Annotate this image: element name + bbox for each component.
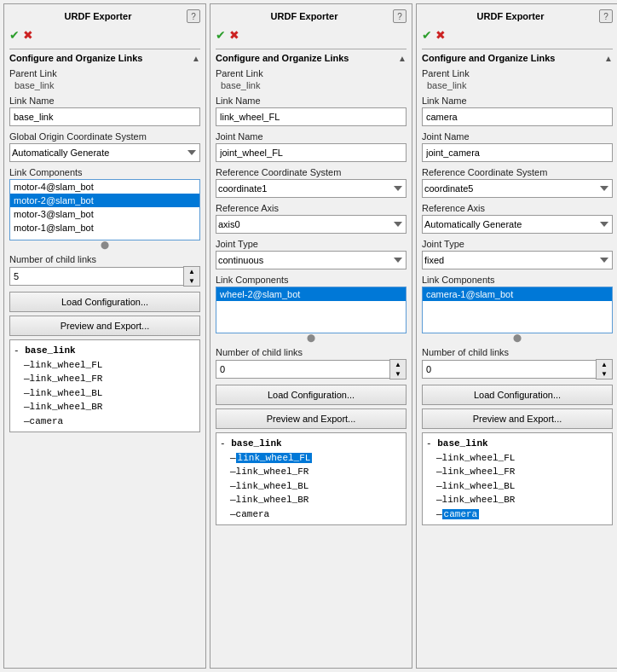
link-name-input[interactable] xyxy=(216,107,407,126)
link-name-label: Link Name xyxy=(422,96,613,106)
load-config-button[interactable]: Load Configuration... xyxy=(9,292,200,312)
tree-child: —link_wheel_FR xyxy=(230,465,402,479)
tree-child: —camera xyxy=(436,507,608,522)
link-components-list[interactable]: motor-4@slam_botmotor-2@slam_botmotor-3@… xyxy=(9,179,200,240)
link-name-input[interactable] xyxy=(422,107,613,126)
help-icon[interactable]: ? xyxy=(393,9,407,23)
confirm-icon[interactable]: ✔ xyxy=(422,28,432,42)
joint-name-group: Joint Name xyxy=(216,131,407,162)
spinbox-down-button[interactable]: ▼ xyxy=(390,369,406,379)
toolbar: ✔ ✖ xyxy=(422,28,613,42)
joint-type-select[interactable]: continuous xyxy=(216,251,407,269)
panel-1: URDF Exporter ? ✔ ✖ Configure and Organi… xyxy=(3,3,206,669)
num-child-group: Number of child links ▲ ▼ xyxy=(216,347,407,379)
ref-coord-group: Global Origin Coordinate System Automati… xyxy=(9,131,200,162)
tree-child: —link_wheel_BR xyxy=(24,400,196,414)
collapse-button[interactable]: ▲ xyxy=(192,54,200,63)
preview-export-button[interactable]: Preview and Export... xyxy=(216,408,407,429)
spinbox-buttons: ▲ ▼ xyxy=(389,359,407,379)
collapse-button[interactable]: ▲ xyxy=(604,54,613,63)
spinbox-buttons: ▲ ▼ xyxy=(596,359,613,379)
list-item[interactable]: camera-1@slam_bot xyxy=(423,287,612,301)
num-child-label: Number of child links xyxy=(9,254,200,264)
ref-coord-wrapper: Automatically Generate xyxy=(9,143,200,162)
ref-axis-label: Reference Axis xyxy=(422,203,613,213)
section-header: Configure and Organize Links ▲ xyxy=(9,49,200,63)
panel-header: URDF Exporter ? xyxy=(422,9,613,23)
preview-export-button[interactable]: Preview and Export... xyxy=(422,408,613,429)
toolbar: ✔ ✖ xyxy=(9,28,200,42)
confirm-icon[interactable]: ✔ xyxy=(9,28,20,42)
ref-axis-label: Reference Axis xyxy=(216,203,407,213)
num-child-group: Number of child links ▲ ▼ xyxy=(9,254,200,287)
panel-header: URDF Exporter ? xyxy=(216,9,407,23)
ref-coord-select[interactable]: coordinate1 xyxy=(216,179,407,198)
joint-type-group: Joint Type fixed xyxy=(422,239,613,269)
ref-coord-label: Reference Coordinate System xyxy=(216,167,407,177)
ref-axis-select[interactable]: axis0 xyxy=(216,215,407,234)
list-item[interactable]: motor-4@slam_bot xyxy=(10,180,199,194)
num-child-input[interactable] xyxy=(216,360,389,379)
list-item[interactable]: wheel-2@slam_bot xyxy=(216,287,406,301)
list-item[interactable]: motor-2@slam_bot xyxy=(10,194,199,207)
parent-link-label: Parent Link xyxy=(216,68,407,78)
parent-link-group: Parent Link base_link xyxy=(9,68,200,90)
section-header: Configure and Organize Links ▲ xyxy=(422,49,613,63)
link-components-group: Link Components camera-1@slam_bot ⬤ xyxy=(422,275,613,342)
section-title: Configure and Organize Links xyxy=(422,53,555,63)
link-name-label: Link Name xyxy=(9,96,200,106)
num-child-spinbox: ▲ ▼ xyxy=(422,359,613,379)
link-name-group: Link Name xyxy=(9,96,200,126)
confirm-icon[interactable]: ✔ xyxy=(216,28,226,42)
spinbox-up-button[interactable]: ▲ xyxy=(390,360,406,369)
ref-coord-select[interactable]: coordinate5 xyxy=(422,179,613,198)
num-child-label: Number of child links xyxy=(216,347,407,357)
cancel-icon[interactable]: ✖ xyxy=(229,28,239,42)
list-item[interactable]: motor-1@slam_bot xyxy=(10,221,199,235)
ref-coord-select[interactable]: Automatically Generate xyxy=(9,143,200,162)
section-title: Configure and Organize Links xyxy=(9,53,142,63)
link-components-group: Link Components motor-4@slam_botmotor-2@… xyxy=(9,167,200,249)
help-icon[interactable]: ? xyxy=(599,9,613,23)
load-config-button[interactable]: Load Configuration... xyxy=(216,385,407,405)
help-icon[interactable]: ? xyxy=(187,9,200,23)
panel-title: URDF Exporter xyxy=(422,11,599,21)
collapse-button[interactable]: ▲ xyxy=(398,54,407,63)
parent-link-label: Parent Link xyxy=(422,68,613,78)
link-name-group: Link Name xyxy=(422,96,613,126)
load-config-button[interactable]: Load Configuration... xyxy=(422,385,613,405)
joint-name-input[interactable] xyxy=(216,143,407,162)
preview-export-button[interactable]: Preview and Export... xyxy=(9,316,200,336)
joint-name-label: Joint Name xyxy=(422,131,613,142)
num-child-label: Number of child links xyxy=(422,347,613,357)
joint-type-label: Joint Type xyxy=(216,239,407,249)
spinbox-up-button[interactable]: ▲ xyxy=(597,360,612,369)
ref-coord-wrapper: coordinate5 xyxy=(422,179,613,198)
num-child-input[interactable] xyxy=(9,267,183,286)
link-components-group: Link Components wheel-2@slam_bot ⬤ xyxy=(216,275,407,342)
link-components-list[interactable]: camera-1@slam_bot xyxy=(422,287,613,333)
num-child-group: Number of child links ▲ ▼ xyxy=(422,347,613,379)
tree-child: —link_wheel_FR xyxy=(436,465,608,479)
cancel-icon[interactable]: ✖ xyxy=(435,28,446,42)
link-components-list[interactable]: wheel-2@slam_bot xyxy=(216,287,407,333)
joint-name-input[interactable] xyxy=(422,143,613,162)
ref-axis-select[interactable]: Automatically Generate xyxy=(422,215,613,234)
tree-child: —link_wheel_BR xyxy=(436,493,608,507)
spinbox-down-button[interactable]: ▼ xyxy=(184,276,199,286)
joint-type-select[interactable]: fixed xyxy=(422,251,613,269)
tree-view: - base_link —link_wheel_FL—link_wheel_FR… xyxy=(216,432,407,525)
tree-view: - base_link —link_wheel_FL—link_wheel_FR… xyxy=(422,432,613,525)
section-title: Configure and Organize Links xyxy=(216,53,349,63)
ref-axis-wrapper: Automatically Generate xyxy=(422,215,613,234)
num-child-input[interactable] xyxy=(422,360,596,379)
cancel-icon[interactable]: ✖ xyxy=(23,28,33,42)
list-item[interactable]: motor-3@slam_bot xyxy=(10,207,199,221)
spinbox-down-button[interactable]: ▼ xyxy=(597,369,612,379)
scrollbar-hint: ⬤ xyxy=(422,333,613,342)
joint-type-wrapper: continuous xyxy=(216,251,407,269)
link-name-label: Link Name xyxy=(216,96,407,106)
link-name-input[interactable] xyxy=(9,107,200,126)
spinbox-up-button[interactable]: ▲ xyxy=(184,267,199,276)
tree-child: —camera xyxy=(230,507,402,522)
